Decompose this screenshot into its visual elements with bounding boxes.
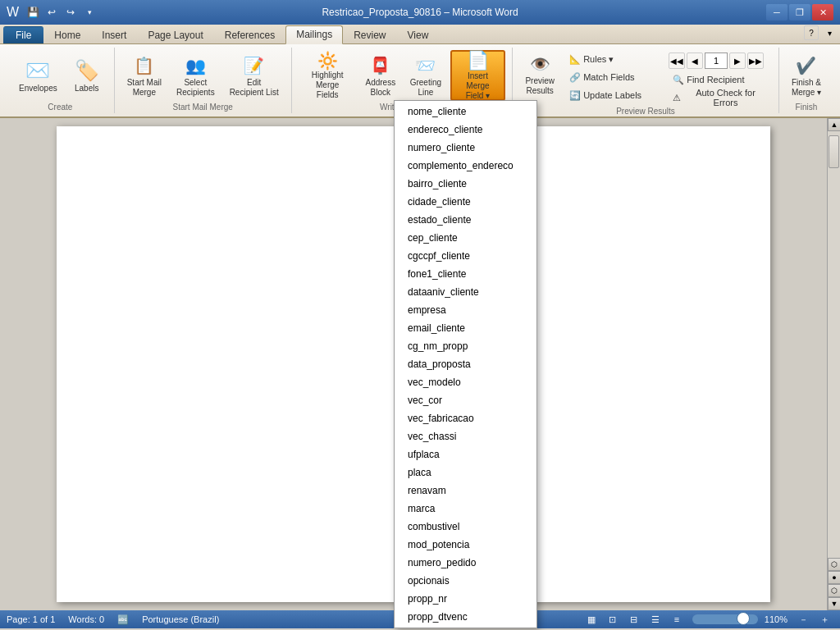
- vertical-scrollbar[interactable]: ▲ ⬡ ● ⬡ ▼: [827, 118, 840, 610]
- tab-insert[interactable]: Insert: [91, 26, 137, 43]
- scroll-thumb[interactable]: [829, 135, 839, 168]
- dropdown-item-cep_cliente[interactable]: cep_cliente: [395, 229, 536, 247]
- dropdown-item-opcionais[interactable]: opcionais: [395, 572, 536, 590]
- dropdown-item-dataaniv_cliente[interactable]: dataaniv_cliente: [395, 283, 536, 301]
- insert-merge-field-dropdown[interactable]: nome_clienteendereco_clientenumero_clien…: [394, 100, 537, 628]
- dropdown-item-placa[interactable]: placa: [395, 463, 536, 482]
- match-fields-icon: 🔗: [569, 72, 581, 83]
- match-fields-button[interactable]: 🔗 Match Fields: [565, 70, 664, 84]
- finish-merge-icon: ✔️: [793, 53, 819, 78]
- tab-view[interactable]: View: [397, 26, 440, 43]
- preview-group-label: Preview Results: [616, 107, 675, 116]
- dropdown-item-complemento_endereco[interactable]: complemento_endereco: [395, 157, 536, 175]
- quick-access-dropdown[interactable]: ▾: [81, 4, 98, 21]
- redo-quick-btn[interactable]: ↪: [62, 4, 79, 21]
- update-labels-button[interactable]: 🔄 Update Labels: [565, 88, 664, 103]
- finish-merge-button[interactable]: ✔️ Finish &Merge ▾: [786, 51, 827, 100]
- dropdown-item-propp_nr[interactable]: propp_nr: [395, 590, 536, 608]
- match-fields-label: Match Fields: [583, 72, 634, 82]
- edit-recipient-list-button[interactable]: 📝 EditRecipient List: [224, 51, 285, 100]
- dropdown-item-mod_potencia[interactable]: mod_potencia: [395, 536, 536, 554]
- preview-options: 📐 Rules ▾ 🔗 Match Fields 🔄 Update Labels: [565, 49, 664, 103]
- tab-file[interactable]: File: [3, 26, 43, 43]
- dropdown-item-numero_pedido[interactable]: numero_pedido: [395, 554, 536, 572]
- title-bar-left: W 💾 ↩ ↪ ▾: [7, 4, 98, 21]
- dropdown-item-fone1_cliente[interactable]: fone1_cliente: [395, 265, 536, 283]
- nav-last-button[interactable]: ▶▶: [747, 52, 764, 69]
- dropdown-item-endereco_cliente[interactable]: endereco_cliente: [395, 121, 536, 139]
- write-insert-content: 🔆 HighlightMerge Fields 📮 AddressBlock 📨…: [299, 49, 506, 101]
- dropdown-item-estado_cliente[interactable]: estado_cliente: [395, 211, 536, 229]
- dropdown-item-combustivel[interactable]: combustivel: [395, 518, 536, 536]
- select-recipients-label: SelectRecipients: [176, 78, 215, 98]
- scroll-select-prev-btn[interactable]: ⬡: [828, 558, 840, 571]
- address-block-label: AddressBlock: [365, 78, 395, 98]
- dropdown-item-ufplaca[interactable]: ufplaca: [395, 445, 536, 463]
- view-draft-btn[interactable]: ≡: [668, 612, 686, 627]
- rules-button[interactable]: 📐 Rules ▾: [565, 52, 664, 66]
- scroll-browse-object-btn[interactable]: ●: [828, 571, 840, 584]
- tab-references[interactable]: References: [214, 26, 285, 43]
- greeting-line-button[interactable]: 📨 GreetingLine: [404, 51, 447, 100]
- find-recipient-button[interactable]: 🔍 Find Recipient: [669, 72, 772, 87]
- nav-first-button[interactable]: ◀◀: [669, 52, 685, 69]
- nav-next-button[interactable]: ▶: [729, 52, 746, 69]
- close-button[interactable]: ✕: [812, 4, 833, 21]
- scroll-track[interactable]: [828, 131, 840, 558]
- nav-prev-button[interactable]: ◀: [687, 52, 703, 69]
- dropdown-item-vec_cor[interactable]: vec_cor: [395, 391, 536, 409]
- scroll-up-button[interactable]: ▲: [828, 118, 840, 131]
- dropdown-item-propp_dtvenc[interactable]: propp_dtvenc: [395, 608, 536, 626]
- scroll-select-next-btn[interactable]: ⬡: [828, 584, 840, 597]
- undo-quick-btn[interactable]: ↩: [43, 4, 60, 21]
- dropdown-item-data_proposta[interactable]: data_proposta: [395, 355, 536, 373]
- envelopes-button[interactable]: ✉️ Envelopes: [13, 51, 63, 100]
- preview-results-button[interactable]: 👁️ PreviewResults: [519, 49, 560, 98]
- zoom-out-btn[interactable]: －: [794, 612, 812, 627]
- preview-results-icon: 👁️: [527, 52, 553, 76]
- dropdown-item-vec_fabricacao[interactable]: vec_fabricacao: [395, 409, 536, 427]
- dropdown-item-email_cliente[interactable]: email_cliente: [395, 319, 536, 337]
- scroll-down-button[interactable]: ▼: [828, 597, 840, 610]
- help-btn[interactable]: ?: [804, 25, 819, 40]
- zoom-in-btn[interactable]: ＋: [815, 612, 833, 627]
- insert-merge-field-button[interactable]: 📄 Insert MergeField ▾: [450, 50, 505, 101]
- dropdown-item-vec_modelo[interactable]: vec_modelo: [395, 373, 536, 391]
- highlight-merge-fields-icon: 🔆: [314, 51, 340, 71]
- dropdown-item-cidade_cliente[interactable]: cidade_cliente: [395, 193, 536, 211]
- dropdown-item-renavam[interactable]: renavam: [395, 482, 536, 500]
- labels-button[interactable]: 🏷️ Labels: [66, 51, 107, 100]
- dropdown-item-cgccpf_cliente[interactable]: cgccpf_cliente: [395, 247, 536, 265]
- zoom-slider[interactable]: [692, 614, 758, 624]
- view-print-btn[interactable]: ▦: [582, 612, 600, 627]
- view-web-btn[interactable]: ⊟: [625, 612, 643, 627]
- dropdown-item-empresa[interactable]: empresa: [395, 301, 536, 319]
- restore-button[interactable]: ❐: [789, 4, 810, 21]
- view-outline-btn[interactable]: ☰: [646, 612, 664, 627]
- highlight-merge-fields-button[interactable]: 🔆 HighlightMerge Fields: [299, 51, 357, 100]
- nav-page-input[interactable]: [705, 52, 728, 69]
- start-mail-merge-button[interactable]: 📋 Start MailMerge: [121, 51, 167, 100]
- tab-mailings[interactable]: Mailings: [285, 25, 343, 44]
- dropdown-item-numero_cliente[interactable]: numero_cliente: [395, 139, 536, 157]
- dropdown-item-nome_cliente[interactable]: nome_cliente: [395, 103, 536, 121]
- save-quick-btn[interactable]: 💾: [25, 4, 41, 21]
- envelopes-label: Envelopes: [19, 84, 57, 94]
- view-fullscreen-btn[interactable]: ⊡: [604, 612, 622, 627]
- dropdown-item-cg_nm_propp[interactable]: cg_nm_propp: [395, 337, 536, 355]
- dropdown-item-vec_chassi[interactable]: vec_chassi: [395, 427, 536, 445]
- minimize-button[interactable]: ─: [766, 4, 788, 21]
- zoom-level: 110%: [765, 614, 788, 624]
- address-block-button[interactable]: 📮 AddressBlock: [360, 51, 401, 100]
- dropdown-item-marca[interactable]: marca: [395, 500, 536, 518]
- dropdown-item-bairro_cliente[interactable]: bairro_cliente: [395, 175, 536, 193]
- select-recipients-button[interactable]: 👥 SelectRecipients: [171, 51, 221, 100]
- tab-home[interactable]: Home: [43, 26, 91, 43]
- ribbon-collapse-btn[interactable]: ▾: [822, 25, 837, 40]
- finish-merge-label: Finish &Merge ▾: [792, 78, 821, 98]
- tab-page-layout[interactable]: Page Layout: [137, 26, 213, 43]
- rules-row: 📐 Rules ▾: [565, 51, 664, 67]
- tab-review[interactable]: Review: [343, 26, 396, 43]
- auto-check-errors-button[interactable]: ⚠ Auto Check for Errors: [669, 90, 772, 105]
- spelling-icon: 🔤: [117, 614, 129, 625]
